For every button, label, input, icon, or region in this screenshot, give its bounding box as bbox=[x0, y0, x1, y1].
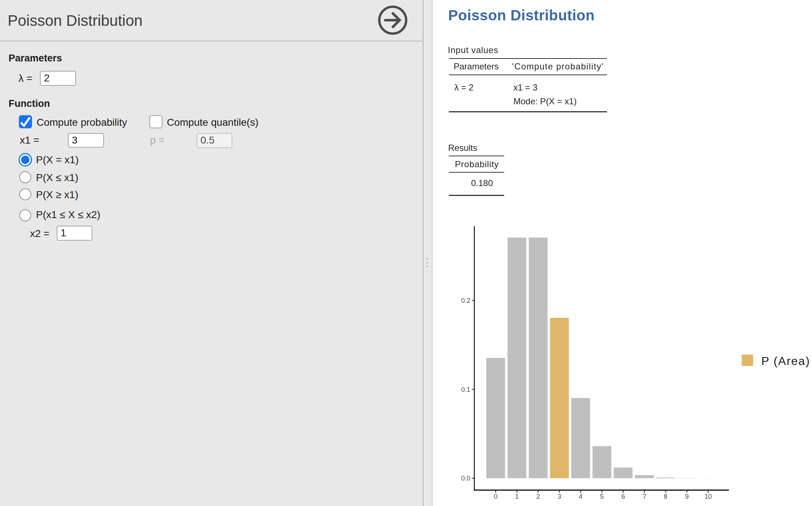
svg-text:0: 0 bbox=[494, 493, 498, 500]
svg-text:0.1: 0.1 bbox=[461, 386, 470, 393]
svg-text:5: 5 bbox=[600, 493, 604, 500]
svg-text:9: 9 bbox=[685, 493, 689, 500]
svg-text:6: 6 bbox=[621, 493, 625, 500]
svg-text:2: 2 bbox=[536, 493, 540, 500]
svg-text:4: 4 bbox=[579, 493, 582, 500]
svg-text:0.0: 0.0 bbox=[461, 475, 470, 482]
svg-text:7: 7 bbox=[643, 493, 646, 500]
svg-text:0.2: 0.2 bbox=[461, 297, 470, 304]
svg-text:P (Area): P (Area) bbox=[761, 354, 811, 368]
svg-text:3: 3 bbox=[558, 493, 561, 500]
svg-text:8: 8 bbox=[664, 493, 667, 500]
svg-text:10: 10 bbox=[704, 493, 712, 500]
svg-text:1: 1 bbox=[515, 493, 519, 500]
